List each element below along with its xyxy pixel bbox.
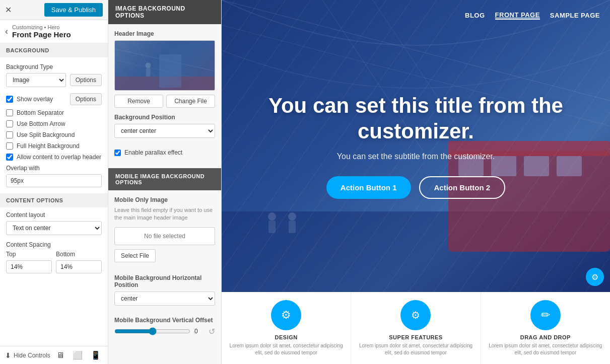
- no-file-box: No file selected: [114, 227, 215, 245]
- overlay-options-button[interactable]: Options: [70, 93, 102, 105]
- super-icon: ⚙: [411, 309, 420, 321]
- mobile-h-position-label: Mobile Background Horizontal Position: [114, 274, 215, 288]
- hero-buttons: Action Button 1 Action Button 2: [232, 176, 600, 199]
- design-desc: Lorem ipsum dolor sit amet, consectetur …: [228, 342, 345, 356]
- preview-nav: BLOG FRONT PAGE SAMPLE PAGE: [222, 0, 610, 30]
- sidebar-header: ‹ Customizing • Hero Front Page Hero: [0, 20, 108, 43]
- top-spacing-group: Top: [6, 251, 52, 273]
- drag-icon: ✏: [541, 309, 550, 322]
- mobile-v-offset-label: Mobile Background Vertical Offset: [114, 317, 215, 324]
- header-image-preview: [114, 40, 215, 91]
- hide-controls-icon: ⬇: [5, 351, 11, 359]
- use-split-checkbox[interactable]: [6, 131, 13, 138]
- mobile-image-label: Mobile Only Image: [114, 196, 215, 203]
- hero-subtitle: You can set the subtitle from the custom…: [232, 152, 600, 161]
- hero-title: You can set this title from the customiz…: [232, 93, 600, 144]
- top-spacing-input[interactable]: [6, 260, 52, 273]
- full-height-checkbox[interactable]: [6, 142, 13, 150]
- background-type-group: Background Type Image Options: [6, 63, 102, 87]
- allow-overlap-checkbox[interactable]: [6, 154, 13, 161]
- desktop-view-button[interactable]: 🖥: [54, 349, 66, 361]
- design-icon-circle: ⚙: [271, 300, 301, 330]
- allow-overlap-row: Allow content to overlap header: [6, 154, 102, 161]
- background-type-select[interactable]: Image: [6, 73, 66, 87]
- preview-features: ⚙ DESIGN Lorem ipsum dolor sit amet, con…: [222, 292, 610, 364]
- remove-image-button[interactable]: Remove: [114, 95, 163, 108]
- design-title: DESIGN: [275, 334, 298, 340]
- nav-blog[interactable]: BLOG: [465, 12, 485, 19]
- bg-position-group: Background Position center center: [114, 114, 215, 143]
- parallax-row: Enable parallax effect: [114, 149, 215, 156]
- settings-float-icon: ⚙: [591, 272, 598, 282]
- nav-front-page[interactable]: FRONT PAGE: [495, 11, 540, 20]
- bottom-arrow-checkbox[interactable]: [6, 120, 13, 127]
- super-desc: Lorem ipsum dolor sit amet, consectetur …: [357, 342, 474, 356]
- select-file-button[interactable]: Select File: [114, 249, 156, 262]
- mobile-v-offset-group: Mobile Background Vertical Offset 0 ↺: [114, 317, 215, 336]
- nav-sample-page[interactable]: SAMPLE PAGE: [550, 12, 600, 19]
- image-overlay-svg: [115, 41, 215, 90]
- content-options-section-header: CONTENT OPTIONS: [0, 193, 108, 207]
- sidebar-content: Background Type Image Options Show overl…: [0, 57, 108, 346]
- parallax-label: Enable parallax effect: [124, 149, 182, 156]
- close-button[interactable]: ✕: [5, 5, 12, 15]
- feature-drag: ✏ DRAG AND DROP Lorem ipsum dolor sit am…: [481, 292, 610, 364]
- tablet-view-button[interactable]: ⬜: [71, 349, 85, 361]
- settings-float-button[interactable]: ⚙: [586, 268, 604, 286]
- bottom-separator-label: Bottom Separator: [17, 109, 64, 116]
- breadcrumb: Customizing • Hero: [12, 24, 71, 30]
- nav-links: BLOG FRONT PAGE SAMPLE PAGE: [465, 11, 600, 20]
- bg-position-select[interactable]: center center: [114, 124, 215, 138]
- parallax-checkbox[interactable]: [114, 150, 121, 156]
- hero-action-button-1[interactable]: Action Button 1: [326, 176, 411, 199]
- mobile-h-position-group: Mobile Background Horizontal Position ce…: [114, 274, 215, 311]
- drag-icon-circle: ✏: [530, 300, 561, 330]
- svg-rect-7: [146, 68, 151, 77]
- mobile-view-button[interactable]: 📱: [89, 349, 103, 361]
- preview-hero: You can set this title from the customiz…: [222, 0, 610, 292]
- reset-icon[interactable]: ↺: [209, 327, 215, 336]
- back-button[interactable]: ‹: [5, 26, 8, 37]
- top-label: Top: [6, 251, 52, 258]
- show-overlay-row: Show overlay Options: [6, 93, 102, 105]
- full-height-label: Full Height Background: [17, 142, 80, 150]
- hero-action-button-2[interactable]: Action Button 2: [419, 176, 506, 199]
- bg-position-label: Background Position: [114, 114, 215, 121]
- background-options-button[interactable]: Options: [70, 74, 102, 86]
- mobile-h-position-select[interactable]: center: [114, 292, 215, 306]
- save-publish-button[interactable]: Save & Publish: [44, 3, 103, 17]
- bottom-arrow-label: Use Bottom Arrow: [17, 120, 65, 127]
- bottom-separator-row: Bottom Separator: [6, 109, 102, 116]
- hide-controls-label: Hide Controls: [14, 352, 50, 359]
- drag-desc: Lorem ipsum dolor sit amet, consectetur …: [487, 342, 604, 356]
- bottom-spacing-input[interactable]: [56, 260, 102, 273]
- panel-content: Header Image Remove Change F: [108, 24, 221, 168]
- mobile-v-offset-slider[interactable]: [114, 327, 190, 335]
- sidebar-footer: ⬇ Hide Controls 🖥 ⬜ 📱: [0, 346, 108, 364]
- footer-icons: 🖥 ⬜ 📱: [54, 349, 103, 361]
- sidebar-top-bar: ✕ Save & Publish: [0, 0, 108, 20]
- bottom-spacing-group: Bottom: [56, 251, 102, 273]
- overlap-with-label: Overlap with: [6, 165, 102, 172]
- page-title: Front Page Hero: [12, 30, 71, 39]
- show-overlay-checkbox[interactable]: [6, 96, 13, 103]
- content-spacing-group: Content Spacing Top Bottom: [6, 241, 102, 279]
- design-icon: ⚙: [281, 309, 291, 322]
- super-title: SUPER FEATURES: [389, 334, 442, 340]
- background-type-label: Background Type: [6, 63, 102, 70]
- image-bg-options-header: IMAGE BACKGROUND OPTIONS: [108, 0, 221, 24]
- use-split-label: Use Split Background: [17, 131, 75, 138]
- super-icon-circle: ⚙: [400, 300, 431, 330]
- overlap-with-input[interactable]: [6, 174, 102, 187]
- hide-controls-button[interactable]: ⬇ Hide Controls: [5, 351, 50, 359]
- allow-overlap-label: Allow content to overlap header: [17, 154, 101, 161]
- content-layout-select[interactable]: Text on center: [6, 221, 102, 235]
- change-file-button[interactable]: Change File: [166, 95, 215, 108]
- hero-content: You can set this title from the customiz…: [222, 83, 610, 209]
- bottom-separator-checkbox[interactable]: [6, 109, 13, 116]
- mobile-image-group: Mobile Only Image Leave this field empty…: [114, 196, 215, 268]
- background-section-header: BACKGROUND: [0, 43, 108, 57]
- content-layout-group: Content layout Text on center: [6, 211, 102, 235]
- header-image-label: Header Image: [114, 30, 215, 37]
- mobile-bg-options-header: MOBILE IMAGE BACKGROUND OPTIONS: [108, 168, 221, 190]
